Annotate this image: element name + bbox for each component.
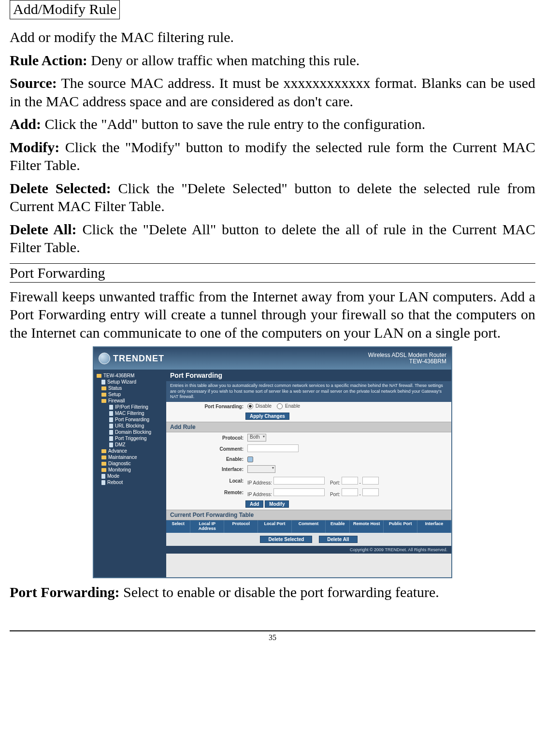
remote-ip-label: IP Address: xyxy=(247,492,272,497)
sidebar-item[interactable]: Port Forwarding xyxy=(96,416,166,423)
file-icon xyxy=(109,417,113,422)
add-modify-row: Add Modify xyxy=(166,499,451,510)
panel-title: Port Forwarding xyxy=(166,370,451,381)
file-icon xyxy=(101,380,105,385)
delete-all-text: Click the "Delete All" button to delete … xyxy=(10,221,535,256)
table-column-header: Protocol xyxy=(224,520,258,533)
folder-icon xyxy=(101,399,106,403)
boxed-heading: Add/Modify Rule xyxy=(10,0,120,19)
table-btn-row: Delete Selected Delete All xyxy=(166,533,451,546)
sidebar-item[interactable]: Port Triggering xyxy=(96,435,166,442)
logo-icon xyxy=(99,353,110,364)
file-icon xyxy=(109,405,113,410)
delete-all-line: Delete All: Click the "Delete All" butto… xyxy=(10,220,535,257)
sidebar-item[interactable]: MAC Filtering xyxy=(96,410,166,416)
rule-action-label: Rule Action: xyxy=(10,52,87,68)
folder-icon xyxy=(101,468,106,472)
enable-checkbox[interactable] xyxy=(247,456,253,462)
port-fw-bottom-line: Port Forwarding: Select to enable or dis… xyxy=(10,583,535,601)
table-column-header: Local IP Address xyxy=(190,520,224,533)
remote-port2-input[interactable] xyxy=(362,488,379,496)
sidebar-item[interactable]: IP/Port Filtering xyxy=(96,404,166,410)
local-port2-input[interactable] xyxy=(362,477,379,485)
row-protocol: Protocol: Both xyxy=(166,432,451,443)
table-column-header: Comment xyxy=(292,520,326,533)
table-column-header: Public Port xyxy=(384,520,417,533)
table-column-header: Enable xyxy=(326,520,350,533)
radio-enable-label: Enable xyxy=(285,403,300,409)
sidebar-item-label: Mode xyxy=(107,473,119,479)
folder-icon xyxy=(101,449,106,453)
file-icon xyxy=(101,474,105,479)
modify-button[interactable]: Modify xyxy=(265,500,289,508)
delete-selected-line: Delete Selected: Click the "Delete Selec… xyxy=(10,179,535,215)
remote-port-sep: - xyxy=(359,492,361,497)
folder-icon xyxy=(101,456,106,459)
sidebar-root[interactable]: TEW-436BRM xyxy=(96,372,166,379)
sidebar-item[interactable]: Maintainance xyxy=(96,454,166,460)
sidebar-item[interactable]: Status xyxy=(96,385,166,391)
sidebar-item-label: Status xyxy=(108,385,122,391)
sidebar-item-label: DMZ xyxy=(115,442,126,447)
row-comment: Comment: xyxy=(166,443,451,455)
table-column-header: Remote Host xyxy=(350,520,384,533)
current-table-header: Current Port Forwarding Table xyxy=(166,510,451,520)
local-port-label: Port: xyxy=(330,480,340,485)
local-ip-input[interactable] xyxy=(273,477,325,485)
sidebar-item[interactable]: Advance xyxy=(96,448,166,454)
table-column-header: Interface xyxy=(417,520,451,533)
label-local: Local: xyxy=(166,478,247,484)
label-comment: Comment: xyxy=(166,446,247,452)
row-remote: Remote: IP Address: Port: - xyxy=(166,487,451,499)
row-interface: Interface: xyxy=(166,464,451,475)
sidebar-item-label: Monitoring xyxy=(108,467,131,472)
comment-input[interactable] xyxy=(247,444,299,452)
modify-line: Modify: Click the "Modify" button to mod… xyxy=(10,138,535,174)
port-fw-label: Port Forwarding: xyxy=(10,584,119,600)
protocol-select[interactable]: Both xyxy=(247,434,266,442)
router-screenshot: TRENDNET Wireless ADSL Modem Router TEW-… xyxy=(10,346,535,578)
table-column-header: Select xyxy=(166,520,190,533)
apply-changes-button[interactable]: Apply Changes xyxy=(245,413,289,420)
source-text: The source MAC address. It must be xxxxx… xyxy=(10,75,535,109)
model-text: Wireless ADSL Modem Router TEW-436BRM xyxy=(368,352,446,365)
sidebar-item[interactable]: Diagnostic xyxy=(96,460,166,467)
folder-icon xyxy=(97,374,101,378)
brand-text: TRENDNET xyxy=(113,354,164,364)
local-port-sep: - xyxy=(359,480,361,485)
radio-disable[interactable] xyxy=(247,403,253,409)
file-icon xyxy=(109,411,113,416)
delete-all-button[interactable]: Delete All xyxy=(319,536,357,543)
local-port1-input[interactable] xyxy=(342,477,358,485)
sidebar-item[interactable]: Firewall xyxy=(96,398,166,404)
sidebar-item[interactable]: DMZ xyxy=(96,442,166,448)
sidebar-item-label: Setup xyxy=(108,392,121,397)
sidebar-item-label: Advance xyxy=(108,448,127,454)
row-port-forwarding: Port Forwarding: Disable Enable xyxy=(166,402,451,411)
remote-port1-input[interactable] xyxy=(342,488,358,496)
delete-selected-button[interactable]: Delete Selected xyxy=(260,536,312,543)
sidebar-item[interactable]: Reboot xyxy=(96,479,166,485)
apply-row: Apply Changes xyxy=(166,411,451,422)
sidebar-item[interactable]: URL Blocking xyxy=(96,423,166,429)
sidebar-item[interactable]: Domain Blocking xyxy=(96,429,166,435)
sidebar-item[interactable]: Setup xyxy=(96,391,166,398)
interface-select[interactable] xyxy=(247,465,275,473)
table-column-header: Local Port xyxy=(258,520,292,533)
table-header-row: SelectLocal IP AddressProtocolLocal Port… xyxy=(166,520,451,533)
sidebar-item[interactable]: Setup Wizard xyxy=(96,379,166,385)
sidebar-root-label: TEW-436BRM xyxy=(103,373,134,378)
add-button[interactable]: Add xyxy=(245,500,263,508)
modify-label: Modify: xyxy=(10,139,59,155)
folder-icon xyxy=(101,386,106,390)
sidebar-item[interactable]: Mode xyxy=(96,473,166,479)
sidebar-item-label: Firewall xyxy=(108,398,125,403)
remote-ip-input[interactable] xyxy=(273,488,325,496)
remote-port-label: Port: xyxy=(330,492,340,497)
modify-text: Click the "Modify" button to modify the … xyxy=(10,139,535,173)
radio-enable[interactable] xyxy=(277,403,283,409)
source-line: Source: The source MAC address. It must … xyxy=(10,74,535,110)
radio-disable-label: Disable xyxy=(256,403,272,409)
router-sidebar: TEW-436BRM Setup WizardStatusSetupFirewa… xyxy=(94,370,166,577)
sidebar-item[interactable]: Monitoring xyxy=(96,467,166,473)
